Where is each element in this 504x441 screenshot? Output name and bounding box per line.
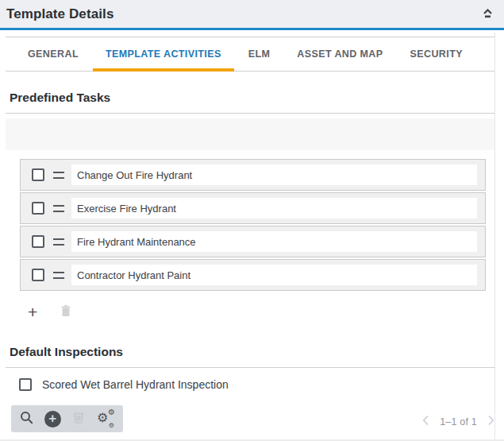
- inspection-row: Scored Wet Barrel Hydrant Inspection: [19, 378, 494, 391]
- plus-circle-icon: +: [44, 411, 61, 427]
- delete-inspection-button[interactable]: [71, 410, 86, 427]
- tab-bar: GENERAL TEMPLATE ACTIVITIES ELM ASSET AN…: [6, 37, 494, 72]
- panel-body: GENERAL TEMPLATE ACTIVITIES ELM ASSET AN…: [0, 33, 504, 439]
- page-title: Template Details: [6, 6, 113, 22]
- section-divider: [6, 367, 494, 368]
- panel-content: GENERAL TEMPLATE ACTIVITIES ELM ASSET AN…: [6, 33, 495, 439]
- task-row: [20, 192, 486, 224]
- task-row: [20, 159, 486, 191]
- delete-task-button[interactable]: [60, 304, 71, 320]
- task-list-actions: +: [28, 304, 494, 320]
- panel-header: Template Details: [0, 0, 504, 30]
- task-checkbox[interactable]: [32, 202, 44, 215]
- tab-template-activities[interactable]: TEMPLATE ACTIVITIES: [92, 37, 235, 71]
- page-range-label: 1–1 of 1: [440, 416, 477, 427]
- task-name-input[interactable]: [71, 265, 477, 285]
- inspection-label: Scored Wet Barrel Hydrant Inspection: [42, 378, 229, 391]
- plus-icon: +: [28, 303, 37, 321]
- section-divider: [6, 113, 494, 114]
- trash-icon: [60, 306, 71, 319]
- task-name-input[interactable]: [71, 164, 477, 185]
- task-name-input[interactable]: [71, 198, 477, 219]
- inspection-checkbox[interactable]: [19, 378, 32, 391]
- task-checkbox[interactable]: [32, 235, 44, 248]
- template-details-panel: Template Details GENERAL TEMPLATE ACTIVI…: [0, 0, 504, 441]
- default-inspections-heading: Default Inspections: [10, 345, 494, 359]
- task-row: [20, 259, 486, 291]
- tab-general[interactable]: GENERAL: [14, 37, 92, 71]
- add-task-button[interactable]: +: [28, 304, 37, 320]
- tab-elm[interactable]: ELM: [235, 37, 284, 71]
- tab-security[interactable]: SECURITY: [397, 37, 476, 71]
- task-name-input[interactable]: [71, 231, 477, 252]
- inspections-toolbar: + ⚙ ⚙ ⚙: [11, 405, 123, 432]
- task-row: [20, 226, 486, 257]
- chevron-left-icon: [422, 415, 429, 429]
- tab-asset-and-map[interactable]: ASSET AND MAP: [283, 37, 396, 71]
- predefined-task-list: [20, 159, 486, 291]
- task-checkbox[interactable]: [32, 269, 44, 281]
- predefined-tasks-heading: Predefined Tasks: [10, 91, 494, 105]
- drag-handle-icon[interactable]: [53, 172, 64, 179]
- search-icon: [20, 411, 33, 427]
- trash-basket-icon: [71, 410, 86, 427]
- chevron-right-icon: [487, 415, 494, 429]
- previous-page-button[interactable]: [422, 415, 429, 429]
- pagination: 1–1 of 1: [422, 415, 494, 429]
- task-list-header-band: [6, 118, 494, 150]
- task-checkbox[interactable]: [32, 168, 44, 181]
- drag-handle-icon[interactable]: [53, 272, 64, 279]
- add-inspection-button[interactable]: +: [44, 411, 61, 427]
- gears-icon: ⚙ ⚙ ⚙: [97, 410, 114, 427]
- settings-button[interactable]: ⚙ ⚙ ⚙: [97, 410, 114, 427]
- drag-handle-icon[interactable]: [53, 205, 64, 212]
- next-page-button[interactable]: [487, 415, 494, 429]
- search-button[interactable]: [20, 411, 33, 427]
- drag-handle-icon[interactable]: [53, 238, 64, 246]
- chevron-up-icon: [482, 7, 494, 21]
- collapse-panel-button[interactable]: [480, 7, 494, 21]
